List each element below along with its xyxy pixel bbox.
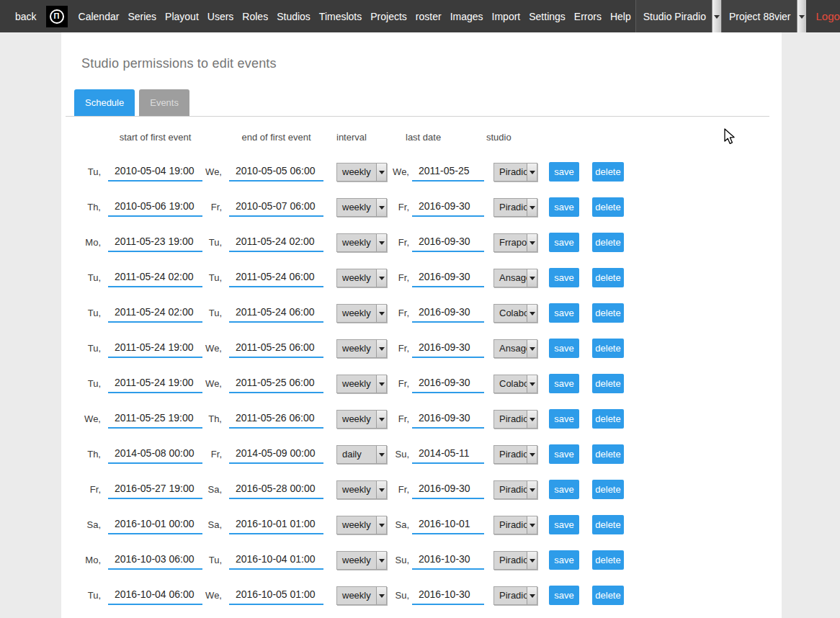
delete-button[interactable]: delete: [592, 197, 624, 217]
studio-select[interactable]: Piradio: [493, 516, 537, 534]
start-datetime-input[interactable]: [108, 480, 202, 499]
project-switcher-select[interactable]: Project 88vier: [721, 0, 806, 32]
start-datetime-input[interactable]: [108, 586, 202, 605]
last-date-input[interactable]: [412, 445, 484, 464]
interval-select[interactable]: weekly: [336, 233, 387, 252]
studio-select[interactable]: Colabo: [493, 375, 537, 393]
interval-select[interactable]: weekly: [336, 551, 387, 570]
nav-item-timeslots[interactable]: Timeslots: [315, 0, 366, 32]
start-datetime-input[interactable]: [108, 163, 202, 182]
delete-button[interactable]: delete: [592, 162, 624, 182]
studio-switcher-select[interactable]: Studio Piradio: [635, 0, 721, 32]
studio-select[interactable]: Piradio: [493, 551, 537, 570]
studio-select[interactable]: Piradio: [493, 410, 537, 429]
studio-select[interactable]: Ansage: [493, 269, 537, 287]
studio-select[interactable]: Piradio: [493, 198, 537, 217]
last-date-input[interactable]: [412, 304, 484, 323]
save-button[interactable]: save: [549, 197, 579, 217]
delete-button[interactable]: delete: [592, 586, 624, 605]
save-button[interactable]: save: [549, 515, 579, 534]
save-button[interactable]: save: [549, 268, 579, 287]
interval-select[interactable]: weekly: [336, 339, 387, 358]
end-datetime-input[interactable]: [229, 269, 323, 287]
nav-item-calendar[interactable]: Calendar: [74, 0, 124, 32]
delete-button[interactable]: delete: [592, 268, 624, 287]
last-date-input[interactable]: [412, 375, 484, 393]
interval-select[interactable]: weekly: [336, 304, 387, 323]
tab-schedule[interactable]: Schedule: [74, 89, 135, 116]
save-button[interactable]: save: [549, 162, 579, 182]
start-datetime-input[interactable]: [108, 551, 202, 570]
last-date-input[interactable]: [412, 480, 484, 499]
end-datetime-input[interactable]: [229, 233, 323, 252]
nav-item-settings[interactable]: Settings: [524, 0, 570, 32]
delete-button[interactable]: delete: [592, 409, 624, 429]
nav-item-playout[interactable]: Playout: [161, 0, 203, 32]
nav-item-images[interactable]: Images: [446, 0, 488, 32]
last-date-input[interactable]: [412, 339, 484, 358]
end-datetime-input[interactable]: [229, 304, 323, 323]
last-date-input[interactable]: [412, 410, 484, 429]
studio-select[interactable]: Piradio: [493, 445, 537, 464]
interval-select[interactable]: weekly: [336, 516, 387, 534]
studio-select[interactable]: Ansage: [493, 339, 537, 358]
save-button[interactable]: save: [549, 409, 579, 429]
start-datetime-input[interactable]: [108, 233, 202, 252]
end-datetime-input[interactable]: [229, 445, 323, 464]
logout-link[interactable]: Logout: [806, 0, 840, 32]
save-button[interactable]: save: [549, 586, 579, 605]
delete-button[interactable]: delete: [592, 444, 624, 464]
nav-item-help[interactable]: Help: [606, 0, 635, 32]
nav-item-roster[interactable]: roster: [411, 0, 446, 32]
interval-select[interactable]: daily: [336, 445, 387, 464]
tab-events[interactable]: Events: [139, 89, 189, 116]
start-datetime-input[interactable]: [108, 516, 202, 534]
last-date-input[interactable]: [412, 198, 484, 217]
end-datetime-input[interactable]: [229, 163, 323, 182]
start-datetime-input[interactable]: [108, 410, 202, 429]
start-datetime-input[interactable]: [108, 198, 202, 217]
save-button[interactable]: save: [549, 339, 579, 358]
last-date-input[interactable]: [412, 586, 484, 605]
end-datetime-input[interactable]: [229, 480, 323, 499]
end-datetime-input[interactable]: [229, 410, 323, 429]
start-datetime-input[interactable]: [108, 304, 202, 323]
delete-button[interactable]: delete: [592, 550, 624, 570]
start-datetime-input[interactable]: [108, 375, 202, 393]
save-button[interactable]: save: [549, 550, 579, 570]
nav-item-studios[interactable]: Studios: [272, 0, 315, 32]
end-datetime-input[interactable]: [229, 375, 323, 393]
save-button[interactable]: save: [549, 480, 579, 499]
start-datetime-input[interactable]: [108, 445, 202, 464]
last-date-input[interactable]: [412, 516, 484, 534]
end-datetime-input[interactable]: [229, 551, 323, 570]
interval-select[interactable]: weekly: [336, 269, 387, 287]
save-button[interactable]: save: [549, 444, 579, 464]
studio-select[interactable]: Colabo: [493, 304, 537, 323]
interval-select[interactable]: weekly: [336, 480, 387, 499]
nav-item-users[interactable]: Users: [203, 0, 238, 32]
last-date-input[interactable]: [412, 233, 484, 252]
last-date-input[interactable]: [412, 269, 484, 287]
delete-button[interactable]: delete: [592, 303, 624, 323]
delete-button[interactable]: delete: [592, 374, 624, 393]
start-datetime-input[interactable]: [108, 339, 202, 358]
nav-item-roles[interactable]: Roles: [238, 0, 272, 32]
nav-item-errors[interactable]: Errors: [570, 0, 606, 32]
delete-button[interactable]: delete: [592, 515, 624, 534]
save-button[interactable]: save: [549, 303, 579, 323]
delete-button[interactable]: delete: [592, 480, 624, 499]
studio-select[interactable]: Piradio: [493, 586, 537, 605]
start-datetime-input[interactable]: [108, 269, 202, 287]
delete-button[interactable]: delete: [592, 233, 624, 252]
interval-select[interactable]: weekly: [336, 163, 387, 182]
delete-button[interactable]: delete: [592, 339, 624, 358]
studio-select[interactable]: Piradio: [493, 480, 537, 499]
end-datetime-input[interactable]: [229, 586, 323, 605]
nav-item-projects[interactable]: Projects: [366, 0, 411, 32]
nav-item-import[interactable]: Import: [488, 0, 525, 32]
interval-select[interactable]: weekly: [336, 586, 387, 605]
end-datetime-input[interactable]: [229, 339, 323, 358]
interval-select[interactable]: weekly: [336, 198, 387, 217]
end-datetime-input[interactable]: [229, 516, 323, 534]
